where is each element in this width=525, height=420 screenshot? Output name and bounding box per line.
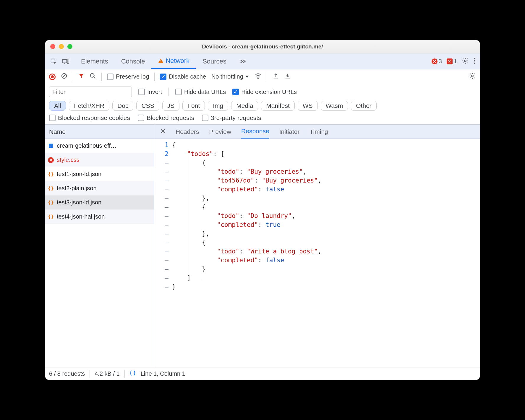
inspect-icon[interactable] bbox=[50, 58, 57, 65]
svg-point-7 bbox=[474, 60, 476, 61]
type-filter-all[interactable]: All bbox=[49, 101, 66, 111]
main-area: Name cream-gelatinous-eff…✕style.csstest… bbox=[45, 125, 480, 367]
chevron-down-icon bbox=[245, 75, 249, 78]
request-name: style.css bbox=[57, 157, 80, 163]
line-gutter: 12––––––––––––––– bbox=[154, 139, 172, 367]
more-menu-icon[interactable] bbox=[474, 58, 476, 65]
svg-rect-1 bbox=[62, 59, 67, 63]
type-filter-doc[interactable]: Doc bbox=[112, 101, 133, 111]
type-filter-media[interactable]: Media bbox=[231, 101, 258, 111]
response-body[interactable]: 12––––––––––––––– { "todos": [ { "todo":… bbox=[154, 139, 480, 367]
import-har-icon[interactable] bbox=[284, 73, 291, 81]
devtools-window: DevTools - cream-gelatinous-effect.glitc… bbox=[45, 40, 480, 380]
tab-console[interactable]: Console bbox=[115, 53, 152, 69]
request-name: cream-gelatinous-eff… bbox=[57, 142, 116, 149]
issues-badge[interactable]: ✕ 1 bbox=[447, 58, 457, 65]
error-icon: ✕ bbox=[432, 58, 438, 64]
request-row[interactable]: ✕style.css bbox=[45, 153, 154, 167]
status-requests: 6 / 8 requests bbox=[49, 370, 85, 377]
svg-point-10 bbox=[90, 74, 94, 77]
code-lines: { "todos": [ { "todo": "Buy groceries", … bbox=[172, 139, 480, 367]
request-name: test3-json-ld.json bbox=[57, 199, 101, 206]
blocked-cookies-checkbox[interactable]: Blocked response cookies bbox=[49, 114, 130, 121]
errors-badge[interactable]: ✕ 3 bbox=[432, 58, 442, 65]
tab-preview[interactable]: Preview bbox=[209, 128, 231, 135]
requests-list: cream-gelatinous-eff…✕style.csstest1-jso… bbox=[45, 139, 154, 224]
network-settings-icon[interactable] bbox=[469, 72, 476, 81]
tab-timing[interactable]: Timing bbox=[310, 128, 328, 135]
request-row[interactable]: test3-json-ld.json bbox=[45, 196, 154, 210]
extra-filters: Blocked response cookies Blocked request… bbox=[45, 114, 480, 125]
svg-point-11 bbox=[257, 78, 258, 79]
window-title: DevTools - cream-gelatinous-effect.glitc… bbox=[45, 43, 480, 50]
requests-header: Name bbox=[45, 125, 154, 139]
type-filters: AllFetch/XHRDocCSSJSFontImgMediaManifest… bbox=[45, 100, 480, 114]
type-filter-fetchxhr[interactable]: Fetch/XHR bbox=[69, 101, 109, 111]
clear-button[interactable] bbox=[61, 73, 67, 81]
svg-point-8 bbox=[474, 62, 476, 64]
status-size: 4.2 kB / 1 bbox=[95, 370, 120, 377]
filter-input[interactable] bbox=[49, 87, 132, 97]
blocked-requests-checkbox[interactable]: Blocked requests bbox=[138, 114, 194, 121]
network-toolbar: Preserve log ✓Disable cache No throttlin… bbox=[45, 69, 480, 84]
type-filter-css[interactable]: CSS bbox=[136, 101, 159, 111]
request-name: test2-plain.json bbox=[57, 185, 97, 192]
more-tabs-button[interactable] bbox=[233, 53, 253, 69]
svg-point-12 bbox=[471, 75, 473, 77]
request-name: test4-json-hal.json bbox=[57, 213, 105, 220]
requests-pane: Name cream-gelatinous-eff…✕style.csstest… bbox=[45, 125, 154, 367]
tab-sources[interactable]: Sources bbox=[196, 53, 233, 69]
hide-extension-urls-checkbox[interactable]: ✓Hide extension URLs bbox=[232, 89, 297, 95]
svg-rect-14 bbox=[50, 144, 52, 145]
device-icon[interactable] bbox=[62, 58, 69, 65]
filter-icon[interactable] bbox=[78, 73, 84, 80]
warning-icon bbox=[158, 58, 164, 64]
tab-network-label: Network bbox=[166, 57, 189, 65]
tab-initiator[interactable]: Initiator bbox=[279, 128, 300, 135]
close-detail-button[interactable] bbox=[160, 128, 166, 135]
filter-toolbar: Invert Hide data URLs ✓Hide extension UR… bbox=[45, 84, 480, 100]
errors-count: 3 bbox=[439, 58, 442, 65]
type-filter-manifest[interactable]: Manifest bbox=[261, 101, 294, 111]
network-conditions-icon[interactable] bbox=[255, 73, 262, 81]
issues-count: 1 bbox=[454, 58, 457, 65]
throttling-select[interactable]: No throttling bbox=[211, 73, 249, 80]
request-row[interactable]: test4-json-hal.json bbox=[45, 210, 154, 224]
titlebar: DevTools - cream-gelatinous-effect.glitc… bbox=[45, 40, 480, 53]
hide-data-urls-checkbox[interactable]: Hide data URLs bbox=[175, 89, 226, 95]
type-filter-js[interactable]: JS bbox=[162, 101, 180, 111]
panel-tabs: Elements Console Network Sources ✕ 3 ✕ 1 bbox=[45, 53, 480, 69]
export-har-icon[interactable] bbox=[273, 73, 279, 81]
disable-cache-checkbox[interactable]: ✓Disable cache bbox=[160, 73, 206, 80]
svg-rect-2 bbox=[67, 59, 69, 64]
tab-elements[interactable]: Elements bbox=[74, 53, 115, 69]
request-row[interactable]: cream-gelatinous-eff… bbox=[45, 139, 154, 153]
search-icon[interactable] bbox=[90, 73, 96, 81]
invert-checkbox[interactable]: Invert bbox=[138, 89, 162, 95]
tab-network[interactable]: Network bbox=[151, 53, 196, 69]
status-cursor: Line 1, Column 1 bbox=[141, 370, 185, 377]
type-filter-ws[interactable]: WS bbox=[298, 101, 318, 111]
type-filter-img[interactable]: Img bbox=[208, 101, 228, 111]
tab-response[interactable]: Response bbox=[241, 125, 269, 139]
svg-point-6 bbox=[474, 58, 476, 59]
record-button[interactable] bbox=[49, 74, 56, 80]
svg-rect-16 bbox=[50, 146, 51, 147]
detail-tabs: Headers Preview Response Initiator Timin… bbox=[154, 125, 480, 139]
request-row[interactable]: test1-json-ld.json bbox=[45, 167, 154, 181]
tab-headers[interactable]: Headers bbox=[176, 128, 199, 135]
issue-icon: ✕ bbox=[447, 58, 453, 64]
type-filter-wasm[interactable]: Wasm bbox=[321, 101, 348, 111]
request-row[interactable]: test2-plain.json bbox=[45, 181, 154, 196]
type-filter-font[interactable]: Font bbox=[182, 101, 205, 111]
request-name: test1-json-ld.json bbox=[57, 171, 101, 178]
svg-rect-3 bbox=[161, 60, 161, 61]
pretty-print-icon[interactable] bbox=[129, 370, 136, 378]
svg-rect-15 bbox=[50, 146, 52, 146]
preserve-log-checkbox[interactable]: Preserve log bbox=[107, 73, 149, 80]
settings-icon[interactable] bbox=[462, 57, 469, 66]
statusbar: 6 / 8 requests 4.2 kB / 1 Line 1, Column… bbox=[45, 367, 480, 380]
third-party-checkbox[interactable]: 3rd-party requests bbox=[202, 114, 261, 121]
detail-pane: Headers Preview Response Initiator Timin… bbox=[154, 125, 480, 367]
type-filter-other[interactable]: Other bbox=[351, 101, 377, 111]
